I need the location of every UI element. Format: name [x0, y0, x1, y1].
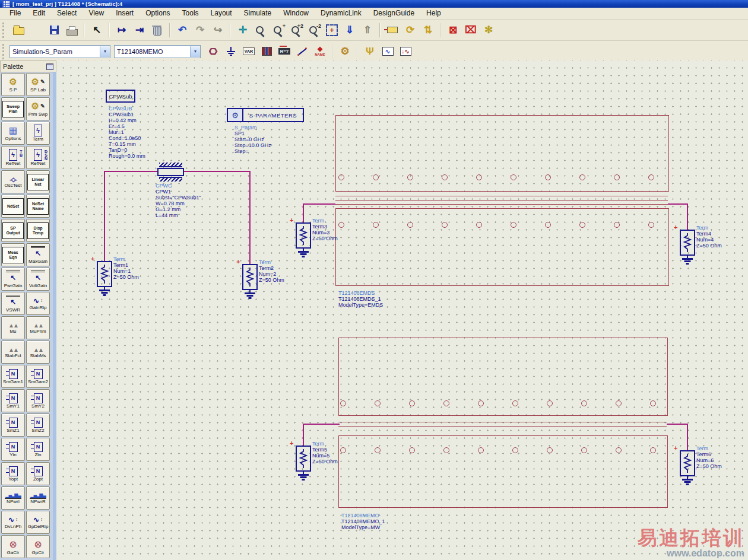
- push-into-hierarchy-button[interactable]: ⇓: [341, 22, 358, 39]
- term-term6[interactable]: + TermTerm6Num=6Z=50 Ohm: [680, 450, 695, 486]
- menu-dynamiclink[interactable]: DynamicLink: [315, 8, 367, 19]
- menu-tools[interactable]: Tools: [176, 8, 205, 19]
- palette-item-yopt[interactable]: NYopt: [1, 462, 25, 485]
- select-pointer-button[interactable]: ↖: [88, 22, 105, 39]
- insert-wire-label-button[interactable]: [384, 22, 401, 39]
- dropdown-arrow-icon[interactable]: ▾: [190, 46, 200, 57]
- wire-segment[interactable]: [668, 203, 688, 205]
- palette-dock-icon[interactable]: [46, 63, 53, 70]
- wire-segment[interactable]: [667, 424, 688, 425]
- palette-item-npwrr[interactable]: ▁▄▂▆▃NPwrR: [26, 486, 50, 510]
- menu-select[interactable]: Select: [51, 8, 83, 19]
- insert-var-button[interactable]: VAR: [240, 43, 257, 60]
- tune-parameters-button[interactable]: Ψ: [362, 43, 378, 60]
- palette-item-prm-swp[interactable]: ⚙✎Prm Swp: [26, 97, 50, 120]
- menu-layout[interactable]: Layout: [205, 8, 238, 19]
- palette-item-gpcir[interactable]: ⊛GpCir: [26, 535, 50, 558]
- cpwg-transmission-line-symbol[interactable]: [157, 163, 184, 182]
- palette-item-gpdelrip[interactable]: ∿↕GpDelRip: [26, 511, 50, 534]
- em-component-outline[interactable]: [338, 435, 668, 508]
- move-wire-endpoint-button[interactable]: ↪: [210, 22, 226, 39]
- palette-item-osctest[interactable]: -◇-OscTest: [1, 170, 25, 193]
- schematic-canvas[interactable]: CPWSub ⚙ S-PARAMETERS 易迪拓培训 www.edatop.c…: [56, 61, 748, 560]
- short-deactivated-component-button[interactable]: ⌧: [462, 22, 479, 39]
- em-component-outline[interactable]: [335, 208, 669, 286]
- em-component-outline[interactable]: [335, 115, 669, 192]
- cpwsub-substrate-component[interactable]: CPWSub: [106, 90, 135, 103]
- mirror-items-button[interactable]: ⇅: [420, 22, 436, 39]
- insert-component-list-button[interactable]: ⇥: [131, 22, 148, 39]
- toolbar-grip[interactable]: [2, 23, 6, 38]
- palette-item-mu[interactable]: ▲▲Mu: [1, 316, 25, 339]
- menu-view[interactable]: View: [83, 8, 110, 19]
- palette-item-ndset-name[interactable]: NdSet Name: [26, 195, 50, 218]
- palette-item-pwrgain[interactable]: ↖PwrGain: [1, 268, 25, 291]
- simulation-type-dropdown[interactable]: Simulation-S_Param ▾: [9, 45, 110, 58]
- zoom-to-fit-button[interactable]: +: [324, 22, 340, 39]
- term-term1[interactable]: + TermTerm1Num=1Z=50 Ohm: [97, 261, 112, 297]
- component-library-button[interactable]: [258, 43, 275, 60]
- palette-item-smz2[interactable]: NSmZ2: [26, 413, 50, 437]
- insert-port-button[interactable]: [205, 43, 221, 60]
- wire-segment[interactable]: [687, 203, 688, 230]
- wire-segment[interactable]: [303, 203, 335, 205]
- palette-item-refnet[interactable]: ϟT BRefNet: [1, 146, 25, 169]
- data-display-button[interactable]: ∿: [379, 43, 396, 60]
- wire-segment[interactable]: [249, 171, 251, 265]
- palette-item-gacir[interactable]: ⊛GaCir: [1, 535, 25, 558]
- pop-out-of-hierarchy-button[interactable]: ⇑: [359, 22, 376, 39]
- menu-edit[interactable]: Edit: [27, 8, 51, 19]
- insert-component-history-button[interactable]: ↦: [113, 22, 130, 39]
- palette-item-sp-output[interactable]: SP Output: [1, 219, 25, 242]
- palette-item-smy1[interactable]: NSmY1: [1, 389, 25, 412]
- save-design-button[interactable]: [46, 22, 62, 39]
- palette-item-refnet[interactable]: ϟD S NRefNet: [26, 146, 50, 169]
- toolbar-grip[interactable]: [2, 44, 6, 59]
- wire-segment[interactable]: [104, 171, 105, 262]
- wire-segment[interactable]: [303, 424, 340, 425]
- simulation-controller-button[interactable]: ⚙: [337, 43, 353, 60]
- insert-ground-button[interactable]: [223, 43, 239, 60]
- palette-item-yin[interactable]: NYin: [1, 438, 25, 461]
- wire-segment[interactable]: [303, 203, 304, 223]
- redo-button[interactable]: ↷: [192, 22, 208, 39]
- menu-file[interactable]: File: [4, 8, 27, 19]
- dropdown-arrow-icon[interactable]: ▾: [100, 46, 110, 57]
- palette-item-zin[interactable]: NZin: [26, 438, 50, 461]
- palette-item-smy2[interactable]: NSmY2: [26, 389, 50, 412]
- wire-segment[interactable]: [303, 424, 304, 446]
- deactivate-component-button[interactable]: ⊠: [445, 22, 461, 39]
- palette-item-maxgain[interactable]: ↖MaxGain: [26, 243, 50, 266]
- palette-item-smgam1[interactable]: NSmGam1: [1, 365, 25, 388]
- palette-item-linear-net[interactable]: Linear Net: [26, 170, 50, 193]
- rotate-items-button[interactable]: ⟳: [402, 22, 419, 39]
- palette-item-meas-eqn[interactable]: Meas Eqn: [1, 243, 25, 266]
- menu-simulate[interactable]: Simulate: [238, 8, 278, 19]
- design-name-dropdown[interactable]: T121408MEMO ▾: [114, 45, 201, 58]
- wire-segment[interactable]: [184, 171, 251, 172]
- palette-item-voltgain[interactable]: ↖VoltGain: [26, 268, 50, 291]
- palette-item-dvlnph[interactable]: ∿↕DvLnPh: [1, 511, 25, 534]
- menu-designguide[interactable]: DesignGuide: [367, 8, 420, 19]
- edit-item-parameters-button[interactable]: R=?: [276, 43, 293, 60]
- print-button[interactable]: [64, 22, 80, 39]
- palette-item-ndset[interactable]: NdSet: [1, 195, 25, 218]
- palette-header[interactable]: Palette: [0, 61, 56, 72]
- zoom-in-button[interactable]: +: [270, 22, 287, 39]
- zoom-area-button[interactable]: [252, 22, 269, 39]
- save-simulation-data-button[interactable]: ↓∿: [397, 43, 414, 60]
- palette-item-options[interactable]: ▦Options: [1, 122, 25, 145]
- term-term5[interactable]: + TermTerm5Num=5Z=50 Ohm: [296, 446, 311, 481]
- palette-item-gainrip[interactable]: ∿↕GainRip: [26, 292, 50, 315]
- wire-segment[interactable]: [104, 171, 159, 172]
- zoom-out-x2-button[interactable]: -2: [306, 22, 322, 39]
- menu-options[interactable]: Options: [140, 8, 176, 19]
- palette-item-vswr[interactable]: ↖VSWR: [1, 292, 25, 315]
- menu-help[interactable]: Help: [420, 8, 447, 19]
- palette-item-smgam2[interactable]: NSmGam2: [26, 365, 50, 388]
- palette-item-smz1[interactable]: NSmZ1: [1, 413, 25, 437]
- move-items-button[interactable]: ✛: [234, 22, 251, 39]
- new-design-button[interactable]: [10, 22, 27, 39]
- palette-item-stabfct[interactable]: ▲▲StabFct: [1, 341, 25, 364]
- term-term3[interactable]: + TermTerm3Num=3Z=50 Ohm: [296, 222, 311, 258]
